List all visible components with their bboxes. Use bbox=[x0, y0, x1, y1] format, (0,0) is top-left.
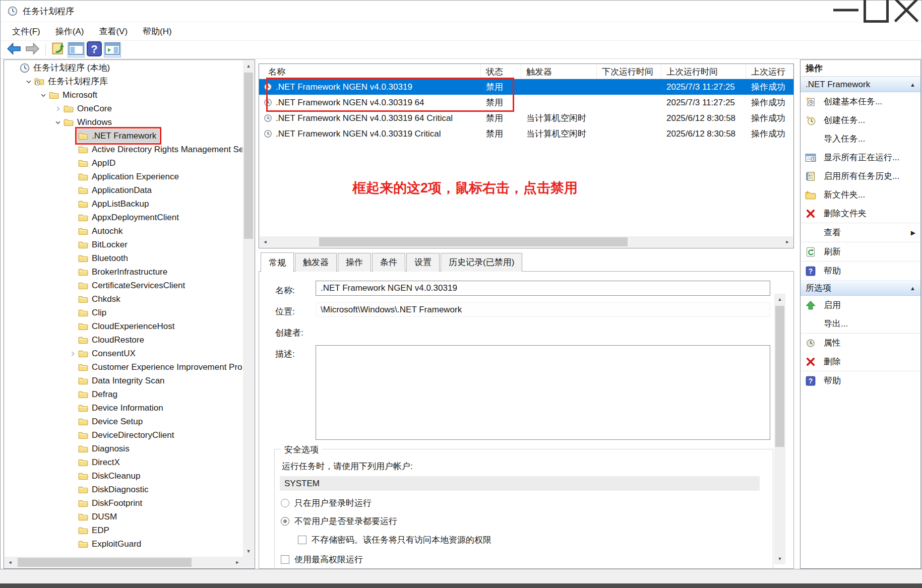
tree-item-windows[interactable]: Windows bbox=[5, 115, 242, 129]
tree-item-appid[interactable]: AppID bbox=[5, 156, 242, 170]
action-item-0-8[interactable]: 刷新 bbox=[801, 242, 920, 261]
tab-2[interactable]: 操作 bbox=[338, 253, 371, 272]
tree-item-diagnosis[interactable]: Diagnosis bbox=[5, 442, 242, 455]
action-item-0-1[interactable]: 创建任务... bbox=[801, 111, 920, 129]
task-row-2[interactable]: .NET Framework NGEN v4.0.30319 64 Critic… bbox=[259, 110, 793, 126]
tree-item-[interactable]: 任务计划程序 (本地) bbox=[5, 61, 242, 75]
forward-button[interactable] bbox=[24, 42, 41, 57]
column-header-5[interactable]: 上次运行 bbox=[746, 64, 793, 79]
tree-hscroll-thumb[interactable] bbox=[18, 558, 192, 567]
tree-item-clip[interactable]: Clip bbox=[5, 306, 242, 319]
tree-item-cloudexperiencehost[interactable]: CloudExperienceHost bbox=[5, 319, 242, 333]
checkbox-icon[interactable] bbox=[281, 555, 289, 564]
task-row-3[interactable]: .NET Framework NGEN v4.0.30319 Critical禁… bbox=[259, 126, 793, 142]
radio-icon[interactable] bbox=[281, 499, 289, 507]
action-pane-toggle-button[interactable] bbox=[104, 42, 121, 57]
scroll-right-icon[interactable]: ► bbox=[232, 557, 243, 568]
scroll-right-icon[interactable]: ► bbox=[782, 236, 793, 247]
action-item-0-0[interactable]: 创建基本任务... bbox=[801, 92, 920, 111]
radio-icon[interactable] bbox=[281, 517, 289, 526]
tree-item-application-experience[interactable]: Application Experience bbox=[5, 170, 242, 183]
details-vertical-scrollbar[interactable]: ▲ ▼ bbox=[774, 294, 785, 564]
scroll-down-icon[interactable]: ▼ bbox=[774, 553, 785, 564]
action-item-0-2[interactable]: 导入任务... bbox=[801, 129, 920, 148]
menu-item-1[interactable]: 操作(A) bbox=[48, 22, 92, 41]
tree-vertical-scrollbar[interactable]: ▲ ▼ bbox=[243, 60, 254, 557]
tree-item-active-directory-rights-management-se[interactable]: Active Directory Rights Management Se bbox=[5, 143, 242, 156]
tree-item-onecore[interactable]: OneCore bbox=[5, 102, 242, 115]
tree-item-devicedirectoryclient[interactable]: DeviceDirectoryClient bbox=[5, 428, 242, 442]
close-button[interactable] bbox=[891, 1, 921, 22]
scroll-down-icon[interactable]: ▼ bbox=[243, 546, 254, 557]
tree-item-diskdiagnostic[interactable]: DiskDiagnostic bbox=[5, 483, 242, 496]
column-header-2[interactable]: 触发器 bbox=[521, 64, 597, 79]
checkbox-icon[interactable] bbox=[298, 536, 306, 544]
menu-item-2[interactable]: 查看(V) bbox=[91, 22, 135, 41]
checkbox-do-not-store-password[interactable]: 不存储密码。该任务将只有访问本地资源的权限 bbox=[298, 534, 491, 546]
tree-item-consentux[interactable]: ConsentUX bbox=[5, 347, 242, 360]
column-header-4[interactable]: 上次运行时间 bbox=[661, 64, 746, 79]
action-item-0-6[interactable]: 删除文件夹 bbox=[801, 204, 920, 223]
tree-item-appxdeploymentclient[interactable]: AppxDeploymentClient bbox=[5, 211, 242, 224]
tree-item-defrag[interactable]: Defrag bbox=[5, 387, 242, 401]
tree-item-bitlocker[interactable]: BitLocker bbox=[5, 238, 242, 251]
back-button[interactable] bbox=[6, 42, 23, 57]
tree-item-diskcleanup[interactable]: DiskCleanup bbox=[5, 469, 242, 483]
action-item-1-3[interactable]: 删除 bbox=[801, 352, 920, 371]
minimize-button[interactable] bbox=[831, 1, 861, 22]
tree-item-device-setup[interactable]: Device Setup bbox=[5, 415, 242, 428]
tree-item-applistbackup[interactable]: AppListBackup bbox=[5, 197, 242, 211]
tree-item-[interactable]: 任务计划程序库 bbox=[5, 75, 242, 88]
tree-item-diskfootprint[interactable]: DiskFootprint bbox=[5, 496, 242, 510]
tree-item-bluetooth[interactable]: Bluetooth bbox=[5, 251, 242, 265]
tree-item-applicationdata[interactable]: ApplicationData bbox=[5, 183, 242, 197]
details-vscroll-thumb[interactable] bbox=[775, 306, 784, 447]
tab-5[interactable]: 历史记录(已禁用) bbox=[441, 253, 522, 272]
task-name-field[interactable]: .NET Framework NGEN v4.0.30319 bbox=[316, 281, 770, 296]
help-button[interactable]: ? bbox=[86, 42, 103, 57]
expander-open-icon[interactable] bbox=[53, 118, 63, 127]
tree-item-microsoft[interactable]: Microsoft bbox=[5, 88, 242, 102]
tree-item-brokerinfrastructure[interactable]: BrokerInfrastructure bbox=[5, 265, 242, 279]
console-tree-toggle-button[interactable] bbox=[68, 42, 85, 57]
tree-item-exploitguard[interactable]: ExploitGuard bbox=[5, 537, 242, 551]
tree-item-edp[interactable]: EDP bbox=[5, 524, 242, 537]
actions-section-header-0[interactable]: .NET Framework▲ bbox=[801, 77, 920, 92]
scroll-up-icon[interactable]: ▲ bbox=[243, 60, 254, 72]
column-header-1[interactable]: 状态 bbox=[481, 64, 521, 79]
list-horizontal-scrollbar[interactable]: ◄ ► bbox=[260, 236, 793, 247]
task-row-1[interactable]: .NET Framework NGEN v4.0.30319 64禁用2025/… bbox=[259, 95, 793, 110]
tree-item-device-information[interactable]: Device Information bbox=[5, 401, 242, 415]
menu-item-0[interactable]: 文件(F) bbox=[5, 22, 48, 41]
menu-item-3[interactable]: 帮助(H) bbox=[135, 22, 179, 41]
action-item-0-9[interactable]: ?帮助 bbox=[801, 262, 920, 280]
export-list-button[interactable] bbox=[49, 42, 67, 57]
tab-4[interactable]: 设置 bbox=[406, 253, 440, 272]
column-header-3[interactable]: 下次运行时间 bbox=[597, 64, 661, 79]
tab-0[interactable]: 常规 bbox=[261, 252, 294, 272]
maximize-button[interactable] bbox=[861, 1, 891, 22]
tab-1[interactable]: 触发器 bbox=[295, 253, 337, 272]
task-description-field[interactable] bbox=[316, 345, 770, 440]
tree-item-chkdsk[interactable]: Chkdsk bbox=[5, 292, 242, 306]
actions-section-header-1[interactable]: 所选项▲ bbox=[801, 280, 920, 296]
tree-item-autochk[interactable]: Autochk bbox=[5, 224, 242, 238]
radio-run-when-logged-on[interactable]: 只在用户登录时运行 bbox=[281, 497, 372, 509]
column-header-0[interactable]: 名称 bbox=[259, 64, 481, 79]
scroll-left-icon[interactable]: ◄ bbox=[260, 236, 271, 247]
expander-closed-icon[interactable] bbox=[53, 104, 63, 113]
tab-3[interactable]: 条件 bbox=[372, 253, 405, 272]
action-item-0-5[interactable]: 新文件夹... bbox=[801, 185, 920, 204]
collapse-icon[interactable]: ▲ bbox=[910, 82, 915, 88]
action-item-1-4[interactable]: ?帮助 bbox=[801, 371, 920, 390]
tree-vscroll-thumb[interactable] bbox=[244, 73, 253, 239]
expander-open-icon[interactable] bbox=[39, 91, 48, 100]
action-item-1-1[interactable]: 导出... bbox=[801, 314, 920, 333]
action-item-1-2[interactable]: 属性 bbox=[801, 334, 920, 352]
tree-item-net-framework[interactable]: .NET Framework bbox=[5, 129, 242, 143]
collapse-icon[interactable]: ▲ bbox=[910, 285, 915, 291]
tree-item-directx[interactable]: DirectX bbox=[5, 455, 242, 469]
action-item-0-7[interactable]: 查看▶ bbox=[801, 223, 920, 242]
tree-horizontal-scrollbar[interactable]: ◄ ► bbox=[5, 557, 243, 568]
checkbox-run-highest-privileges[interactable]: 使用最高权限运行 bbox=[281, 554, 363, 565]
